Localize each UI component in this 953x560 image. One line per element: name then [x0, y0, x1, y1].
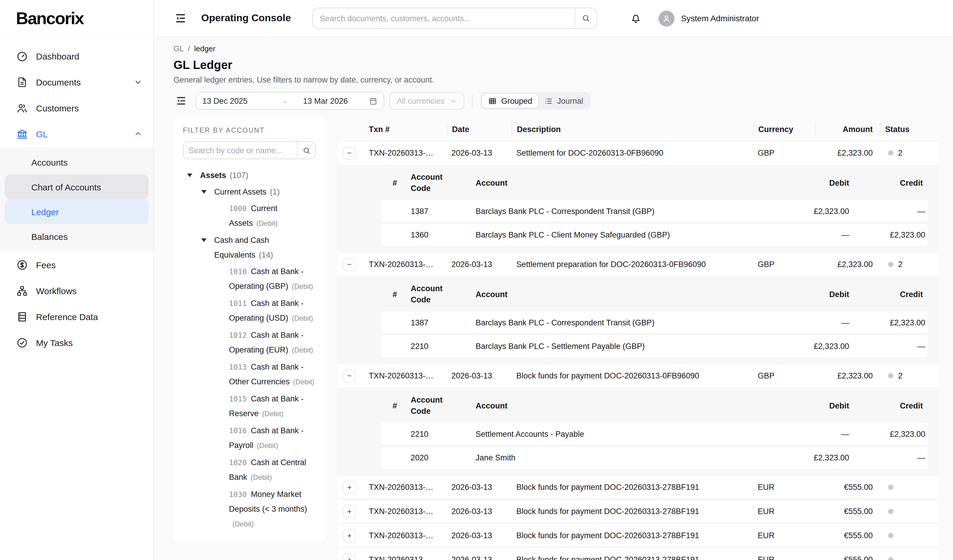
- triangle-down-icon[interactable]: [201, 238, 206, 242]
- account-tree-node-cash-and-cash-equivalents[interactable]: Cash and Cash Equivalents(14): [183, 233, 316, 262]
- sidebar-item-ledger[interactable]: Ledger: [5, 199, 149, 224]
- line-debit-cell: £2,323.00: [759, 207, 854, 215]
- account-search-button[interactable]: [297, 142, 315, 159]
- date-cell: 2026-03-13: [447, 507, 512, 516]
- date-range-picker[interactable]: 13 Dec 2025 → 13 Mar 2026: [196, 92, 385, 110]
- line-account-cell: Barclays Bank PLC - Correspondent Transi…: [473, 318, 759, 327]
- filter-lines-icon[interactable]: [174, 93, 189, 108]
- amount-cell: €555.00: [815, 483, 880, 492]
- ledger-row[interactable]: −TXN-20260313-…2026-03-13Block funds for…: [338, 363, 939, 387]
- global-search-button[interactable]: [575, 8, 597, 28]
- triangle-down-icon[interactable]: [201, 189, 206, 194]
- topbar: Operating Console System Administrator: [154, 0, 953, 37]
- line-credit-cell: —: [854, 453, 928, 462]
- ledger-row[interactable]: +TXN-20260313-…2026-03-13Block funds for…: [338, 475, 939, 499]
- user-avatar[interactable]: [658, 10, 675, 26]
- journal-header-debit: Debit: [759, 177, 854, 189]
- ledger-row[interactable]: −TXN-20260313-…2026-03-13Settlement prep…: [338, 252, 939, 276]
- account-tree-node-1015[interactable]: 1015Cash at Bank - Reserve(Debit): [183, 391, 316, 421]
- breadcrumb-parent[interactable]: GL: [174, 44, 184, 53]
- account-tree-node-1000[interactable]: 1000Current Assets(Debit): [183, 201, 316, 231]
- app-title: Operating Console: [201, 12, 291, 24]
- sidebar-subitem-label: Ledger: [31, 207, 59, 217]
- ledger-table-body: −TXN-20260313-…2026-03-13Settlement for …: [338, 141, 939, 560]
- line-credit-cell: £2,323.00: [854, 429, 928, 438]
- journal-header-index: #: [382, 177, 408, 189]
- txn-cell: TXN-20260313-…: [364, 149, 447, 158]
- sidebar-item-reference-data[interactable]: Reference Data: [0, 303, 154, 330]
- sidebar-subitem-label: Chart of Accounts: [31, 182, 101, 192]
- journal-header-debit: Debit: [759, 288, 854, 300]
- account-tree-node-1012[interactable]: 1012Cash at Bank - Operating (EUR)(Debit…: [183, 328, 316, 358]
- filter-divider: [472, 94, 473, 107]
- journal-header-account: Account: [473, 400, 759, 411]
- currency-select[interactable]: All currencies: [390, 92, 465, 110]
- currency-cell: GBP: [753, 149, 815, 158]
- global-search-input[interactable]: [313, 14, 575, 23]
- expand-row-button[interactable]: +: [343, 529, 356, 542]
- currency-cell: EUR: [753, 555, 815, 560]
- account-tree-node-assets[interactable]: Assets(107): [183, 168, 316, 183]
- account-tree-node-1030[interactable]: 1030Money Market Deposits (< 3 months)(D…: [183, 487, 316, 532]
- status-cell: 2: [880, 260, 939, 269]
- sidebar-collapse-icon[interactable]: [173, 11, 188, 26]
- view-toggle-grouped[interactable]: Grouped: [483, 94, 538, 108]
- collapse-row-button[interactable]: −: [343, 147, 356, 159]
- sidebar-item-accounts[interactable]: Accounts: [5, 150, 149, 175]
- expander-cell: +: [338, 553, 364, 560]
- ledger-row[interactable]: +TXN-20260313-…2026-03-13Block funds for…: [338, 523, 939, 547]
- status-dot: [888, 150, 893, 156]
- collapse-row-button[interactable]: −: [343, 369, 356, 382]
- journal-header-label: Account Code: [411, 394, 450, 417]
- notifications-bell-icon[interactable]: [628, 11, 643, 26]
- ledger-row[interactable]: +TXN-20260313-…2026-03-13Block funds for…: [338, 499, 939, 523]
- account-tree-node-1011[interactable]: 1011Cash at Bank - Operating (USD)(Debit…: [183, 296, 316, 326]
- list-icon: [544, 96, 553, 105]
- status-dot: [888, 509, 893, 514]
- ledger-row[interactable]: +TXN-20260313-…2026-03-13Block funds for…: [338, 547, 939, 560]
- sidebar-item-fees[interactable]: Fees: [0, 252, 154, 278]
- status-dot: [888, 262, 893, 267]
- account-tree-node-1020[interactable]: 1020Cash at Central Bank(Debit): [183, 455, 316, 485]
- journal-header-label: Debit: [829, 177, 849, 188]
- sidebar-item-documents[interactable]: Documents: [0, 69, 154, 95]
- account-search-input[interactable]: [183, 146, 297, 155]
- normal-balance-tag: (Debit): [256, 219, 278, 227]
- sidebar-item-gl[interactable]: GL: [0, 121, 154, 147]
- brand-logo[interactable]: Bancorix: [0, 0, 154, 37]
- sidebar-nav: DashboardDocumentsCustomersGLAccountsCha…: [0, 37, 154, 356]
- sidebar-item-customers[interactable]: Customers: [0, 95, 154, 121]
- calendar-icon: [369, 96, 378, 105]
- sidebar-item-chart-of-accounts[interactable]: Chart of Accounts: [5, 175, 149, 199]
- view-toggle-label: Journal: [557, 96, 583, 105]
- fees-icon: [16, 258, 28, 271]
- sidebar-submenu-gl: AccountsChart of AccountsLedgerBalances: [0, 147, 154, 252]
- status-count: 2: [898, 149, 903, 158]
- user-name[interactable]: System Administrator: [681, 14, 759, 23]
- account-tree-node-1013[interactable]: 1013Cash at Bank - Other Currencies(Debi…: [183, 360, 316, 390]
- ledger-row[interactable]: −TXN-20260313-…2026-03-13Settlement for …: [338, 141, 939, 164]
- expander-cell: +: [338, 481, 364, 493]
- account-label: Current Assets: [214, 187, 267, 196]
- sidebar-item-balances[interactable]: Balances: [5, 224, 149, 249]
- journal-line-row: 2210Barclays Bank PLC - Settlement Payab…: [382, 334, 928, 357]
- journal-lines-section: #Account CodeAccountDebitCredit2210Settl…: [338, 387, 939, 475]
- expand-row-button[interactable]: +: [343, 481, 356, 493]
- normal-balance-tag: (Debit): [292, 314, 313, 322]
- sidebar-item-workflows[interactable]: Workflows: [0, 278, 154, 303]
- sidebar-item-my-tasks[interactable]: My Tasks: [0, 330, 154, 356]
- account-tree-node-current-assets[interactable]: Current Assets(1): [183, 184, 316, 199]
- date-cell: 2026-03-13: [447, 149, 512, 158]
- account-tree-node-1010[interactable]: 1010Cash at Bank - Operating (GBP)(Debit…: [183, 264, 316, 294]
- expand-row-button[interactable]: +: [343, 553, 356, 560]
- date-cell: 2026-03-13: [447, 483, 512, 492]
- view-toggle-journal[interactable]: Journal: [538, 94, 589, 108]
- account-tree-node-1016[interactable]: 1016Cash at Bank - Payroll(Debit): [183, 423, 316, 453]
- expand-row-button[interactable]: +: [343, 505, 356, 518]
- currency-cell: GBP: [753, 260, 815, 269]
- collapse-row-button[interactable]: −: [343, 258, 356, 271]
- triangle-down-icon[interactable]: [187, 173, 192, 178]
- normal-balance-tag: (Debit): [262, 410, 284, 418]
- sidebar-item-label: GL: [36, 129, 48, 139]
- sidebar-item-dashboard[interactable]: Dashboard: [0, 43, 154, 69]
